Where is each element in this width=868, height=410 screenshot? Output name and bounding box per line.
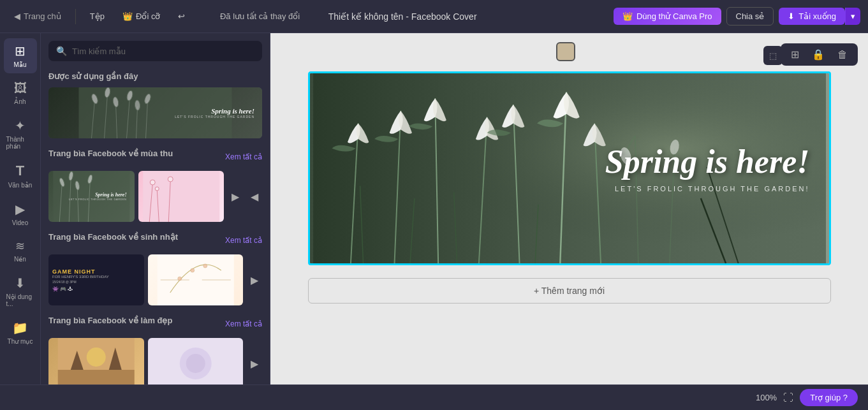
sidebar-label-video: Video [12, 219, 28, 226]
background-icon: ≋ [15, 239, 25, 253]
divider-1 [75, 9, 76, 24]
share-button[interactable]: Chia sẻ [726, 7, 774, 26]
saved-status: Đã lưu tất cả thay đổi [196, 11, 323, 21]
folder-icon: 📁 [12, 320, 28, 335]
text-icon: T [16, 163, 24, 179]
sidebar-item-nen[interactable]: ≋ Nền [4, 234, 37, 268]
elements-icon: ✦ [15, 118, 26, 133]
game-night-title: GAME NIGHT [52, 268, 140, 275]
birthday-template-2[interactable] [148, 254, 244, 305]
svg-rect-36 [58, 370, 135, 384]
resize-icon: 👑 [122, 11, 133, 21]
icon-sidebar: ⊞ Mẫu 🖼 Ảnh ✦ Thành phần T Văn bản ▶ Vid… [0, 33, 41, 384]
search-input[interactable] [72, 47, 254, 56]
transform-label: Đổi cỡ [136, 11, 160, 21]
svg-point-42 [186, 354, 205, 373]
autumn-template-1[interactable]: Spring is here! LET'S FROLIC THROUGH THE… [48, 171, 135, 222]
beauty-next-arrow[interactable]: ▶ [247, 338, 262, 384]
svg-point-26 [155, 187, 159, 191]
file-label: Tệp [90, 11, 105, 21]
autumn-see-all[interactable]: Xem tất cả [225, 152, 262, 161]
help-label: Trợ giúp ? [810, 393, 848, 402]
autumn-next-arrow[interactable]: ▶ [228, 171, 243, 222]
sidebar-label-mau: Mẫu [14, 61, 27, 68]
beauty-section-header: Trang bìa Facebook về làm đẹp Xem tất cả [48, 316, 262, 332]
download-button[interactable]: ⬇ Tải xuống [779, 8, 845, 25]
sidebar-item-thanh-phan[interactable]: ✦ Thành phần [4, 113, 37, 155]
canvas-area: ⊞ 🔒 🗑 ⬚ ❒ + [270, 33, 868, 384]
canvas-text-overlay: Spring is here! LET'S FROLIC THROUGH THE… [605, 143, 810, 193]
autumn-collapse[interactable]: ◀ [247, 171, 262, 222]
sidebar-item-noi-dung[interactable]: ⬇ Nội dung t... [4, 270, 37, 312]
autumn-section-label: Trang bìa Facebook về mùa thu [48, 149, 173, 158]
video-icon: ▶ [15, 201, 25, 217]
sidebar-item-mau[interactable]: ⊞ Mẫu [4, 38, 37, 73]
canvas-toolbar: ⊞ 🔒 🗑 [781, 43, 858, 66]
resize-button[interactable]: 👑 Đổi cỡ [116, 8, 166, 24]
canvas-frame[interactable]: Spring is here! LET'S FROLIC THROUGH THE… [308, 71, 831, 265]
frame-icon-button[interactable]: ⬚ [763, 46, 783, 65]
autumn-thumb-sub: LET'S FROLIC THROUGH THE GARDEN [69, 198, 127, 201]
beauty-template-2[interactable] [148, 338, 244, 384]
sidebar-item-anh[interactable]: 🖼 Ảnh [4, 76, 37, 110]
sidebar-item-video[interactable]: ▶ Video [4, 196, 37, 231]
file-button[interactable]: Tệp [84, 8, 111, 24]
sidebar-label-van-ban: Văn bản [8, 182, 33, 189]
svg-point-24 [150, 180, 155, 185]
sidebar-label-noi-dung: Nội dung t... [6, 293, 34, 307]
sidebar-item-van-ban[interactable]: T Văn bản [4, 157, 37, 194]
birthday-see-all[interactable]: Xem tất cả [225, 236, 262, 245]
download-arrow-button[interactable]: ▾ [845, 8, 860, 25]
undo-button[interactable]: ↩ [172, 8, 191, 24]
undo-icon: ↩ [178, 11, 185, 21]
crown-icon: 👑 [622, 11, 633, 21]
svg-rect-22 [143, 171, 219, 222]
autumn-thumb-text: Spring is here! [69, 192, 127, 198]
download-icon: ⬇ [788, 11, 795, 21]
thumb-spring-sub-1: LET'S FROLIC THROUGH THE GARDEN [175, 115, 254, 119]
autumn-section-header: Trang bìa Facebook về mùa thu Xem tất cả [48, 149, 262, 165]
search-bar: 🔍 [48, 41, 262, 61]
design-title: Thiết kế không tên - Facebook Cover [328, 11, 477, 22]
canva-pro-button[interactable]: 👑 Dùng thử Canva Pro [614, 8, 721, 25]
chevron-left-icon: ◀ [14, 11, 20, 21]
game-night-sub: FOR HENRY'S 33RD BIRTHDAY [52, 275, 140, 279]
lock-toolbar-button[interactable]: 🔒 [808, 47, 828, 62]
home-button[interactable]: ◀ Trang chủ [8, 8, 68, 24]
canvas-sub-text: LET'S FROLIC THROUGH THE GARDEN! [605, 186, 810, 193]
beauty-template-1[interactable] [48, 338, 144, 384]
content-icon: ⬇ [15, 275, 26, 291]
canva-pro-label: Dùng thử Canva Pro [636, 11, 712, 21]
bottom-bar: 100% ⛶ Trợ giúp ? [0, 384, 868, 410]
svg-point-32 [177, 277, 181, 281]
svg-point-28 [168, 177, 173, 182]
color-swatch[interactable] [556, 42, 575, 61]
sidebar-item-thu-muc[interactable]: 📁 Thư mục [4, 315, 37, 350]
download-group: ⬇ Tải xuống ▾ [779, 8, 860, 25]
autumn-template-2[interactable] [138, 171, 224, 222]
fullscreen-button[interactable]: ⛶ [783, 392, 793, 404]
add-page-button[interactable]: + Thêm trang mới [308, 278, 831, 304]
svg-point-37 [87, 348, 106, 367]
svg-point-33 [190, 268, 194, 272]
help-button[interactable]: Trợ giúp ? [800, 389, 858, 406]
birthday-next-arrow[interactable]: ▶ [247, 254, 262, 305]
recent-template-1[interactable]: Spring is here! LET'S FROLIC THROUGH THE… [48, 87, 262, 138]
chevron-down-icon: ▾ [851, 11, 855, 21]
sidebar-label-anh: Ảnh [14, 98, 26, 105]
canvas-wrapper: ⬚ ❒ + [308, 71, 831, 304]
recent-section-label: Được sử dụng gần đây [48, 71, 262, 81]
delete-toolbar-button[interactable]: 🗑 [834, 47, 851, 62]
birthday-template-1[interactable]: GAME NIGHT FOR HENRY'S 33RD BIRTHDAY 15/… [48, 254, 144, 305]
share-label: Chia sẻ [736, 11, 765, 21]
beauty-see-all[interactable]: Xem tất cả [225, 319, 262, 328]
canvas-main-text: Spring is here! [605, 143, 810, 180]
search-icon: 🔍 [56, 46, 67, 56]
layout-toolbar-button[interactable]: ⊞ [787, 47, 803, 62]
sidebar-label-nen: Nền [14, 256, 26, 263]
game-night-date: 15/24/18 @ 3PM [52, 280, 140, 284]
trash-icon: 🗑 [837, 49, 848, 60]
template-panel: 🔍 Được sử dụng gần đây [41, 33, 270, 384]
thumb-spring-text-1: Spring is here! [175, 107, 254, 115]
home-label: Trang chủ [24, 11, 61, 21]
